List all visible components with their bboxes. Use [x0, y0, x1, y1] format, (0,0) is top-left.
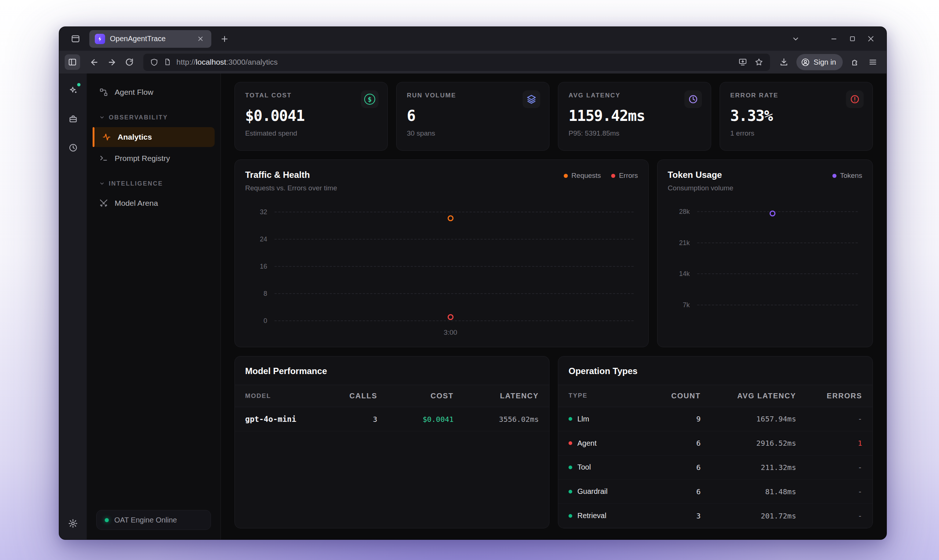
maximize-button[interactable]: [845, 31, 860, 47]
token-plot-area: 28k21k14k7k: [697, 205, 858, 320]
swords-icon: [99, 199, 108, 208]
tab-close-button[interactable]: [195, 34, 206, 45]
stat-label: RUN VOLUME: [407, 92, 539, 99]
table-row[interactable]: gpt-4o-mini 3 $0.0041 3556.02ms: [235, 407, 549, 431]
stat-card-avg-latency: AVG LATENCY 1159.42ms P95: 5391.85ms: [558, 82, 711, 151]
reload-button[interactable]: [121, 54, 137, 70]
settings-button[interactable]: [65, 515, 81, 531]
shield-icon[interactable]: [150, 58, 159, 66]
stat-label: TOTAL COST: [245, 92, 377, 99]
type-label: Tool: [577, 463, 591, 471]
sidebar-item-agent-flow[interactable]: Agent Flow: [92, 82, 215, 102]
stat-label: AVG LATENCY: [568, 92, 700, 99]
sidebar-section-intelligence[interactable]: INTELLIGENCE: [92, 177, 215, 189]
errors-cell: 1: [796, 439, 862, 448]
new-tab-button[interactable]: [217, 31, 232, 47]
stat-subtext: 1 errors: [730, 129, 862, 137]
account-icon: [801, 58, 810, 67]
table-row[interactable]: Agent 6 2916.52ms 1: [558, 431, 873, 455]
column-header: TYPE: [568, 392, 657, 399]
browser-tab[interactable]: OpenAgentTrace: [89, 30, 211, 48]
forward-button[interactable]: [104, 54, 120, 70]
errors-legend-dot: [611, 174, 615, 178]
model-name: gpt-4o-mini: [245, 415, 333, 424]
app-sidebar: Agent Flow OBSERVABILITY Analytics Promp…: [87, 74, 221, 539]
column-header: ERRORS: [796, 392, 862, 400]
chart-title: Token Usage: [668, 170, 733, 180]
status-dot: [105, 518, 109, 522]
close-window-button[interactable]: [863, 31, 878, 47]
table-row[interactable]: Tool 6 211.32ms -: [558, 455, 873, 480]
sidebar-toggle-button[interactable]: [65, 54, 80, 70]
page-info-icon[interactable]: [163, 58, 171, 66]
calls-cell: 3: [333, 415, 377, 424]
legend-label: Tokens: [840, 172, 862, 180]
table-row[interactable]: Guardrail 6 81.48ms -: [558, 480, 873, 504]
table-header-row: MODEL CALLS COST LATENCY: [235, 385, 549, 407]
sidebar-item-label: Model Arena: [115, 199, 158, 208]
save-to-device-icon[interactable]: [738, 58, 747, 66]
sidebar-item-label: Prompt Registry: [115, 154, 170, 163]
stat-card-error-rate: ERROR RATE 3.33% 1 errors: [720, 82, 873, 151]
type-label: Retrieval: [577, 511, 607, 520]
dollar-badge-icon: $: [361, 91, 379, 108]
url-bar[interactable]: http://localhost:3000/analytics: [143, 54, 770, 71]
minimize-button[interactable]: [826, 31, 842, 47]
firefox-view-button[interactable]: [67, 31, 83, 47]
workflow-icon: [99, 88, 108, 97]
type-dot: [568, 441, 572, 445]
status-label: OAT Engine Online: [114, 516, 177, 525]
charts-row: Traffic & Health Requests vs. Errors ove…: [234, 160, 873, 347]
history-clock-icon: [68, 143, 78, 152]
tables-row: Model Performance MODEL CALLS COST LATEN…: [234, 356, 873, 528]
sidebar-item-prompt-registry[interactable]: Prompt Registry: [92, 148, 215, 168]
downloads-button[interactable]: [776, 54, 792, 70]
latency-cell: 1657.94ms: [701, 414, 796, 423]
type-label: Guardrail: [577, 487, 608, 496]
sign-in-label: Sign in: [814, 58, 836, 66]
table-header-row: TYPE COUNT AVG LATENCY ERRORS: [558, 385, 873, 407]
sidebar-item-label: Agent Flow: [115, 88, 153, 97]
bookmark-star-icon[interactable]: [754, 58, 764, 66]
table-row[interactable]: Retrieval 3 201.72ms -: [558, 504, 873, 528]
stat-value: 3.33%: [730, 107, 862, 124]
sidebar-item-label: Analytics: [118, 133, 152, 142]
type-dot: [568, 466, 572, 469]
sidebar-item-analytics[interactable]: Analytics: [92, 127, 215, 147]
column-header: CALLS: [333, 392, 377, 400]
extensions-button[interactable]: [847, 54, 863, 70]
table-title: Model Performance: [235, 357, 549, 385]
terminal-icon: [99, 154, 108, 163]
data-point-errors: [448, 314, 454, 320]
app-root: Agent Flow OBSERVABILITY Analytics Promp…: [87, 74, 887, 539]
tab-title: OpenAgentTrace: [110, 35, 190, 43]
table-title: Operation Types: [558, 357, 873, 385]
count-cell: 6: [657, 487, 701, 496]
data-point-requests: [448, 215, 454, 221]
notification-dot: [77, 83, 80, 86]
table-row[interactable]: Llm 9 1657.94ms -: [558, 407, 873, 431]
sidebar-item-model-arena[interactable]: Model Arena: [92, 193, 215, 213]
ai-chat-button[interactable]: [65, 82, 81, 98]
stat-card-run-volume: RUN VOLUME 6 30 spans: [396, 82, 550, 151]
data-point-tokens: [770, 211, 776, 217]
list-all-tabs-button[interactable]: [788, 31, 804, 47]
traffic-plot-area: 322416803:00: [274, 205, 634, 320]
tokens-legend-dot: [833, 174, 836, 178]
latency-cell: 211.32ms: [701, 463, 796, 472]
sidebar-section-observability[interactable]: OBSERVABILITY: [92, 111, 215, 123]
back-button[interactable]: [86, 54, 102, 70]
toolbox-button[interactable]: [65, 111, 81, 127]
count-cell: 3: [657, 511, 701, 520]
chevron-down-icon: [792, 35, 800, 43]
stat-subtext: P95: 5391.85ms: [568, 129, 700, 137]
latency-cell: 81.48ms: [701, 487, 796, 496]
history-button[interactable]: [65, 140, 81, 156]
stats-row: TOTAL COST $ $0.0041 Estimated spend RUN…: [234, 82, 873, 151]
type-dot: [568, 417, 572, 421]
engine-status: OAT Engine Online: [96, 510, 211, 530]
stat-value: 1159.42ms: [568, 107, 700, 124]
menu-button[interactable]: [865, 54, 881, 70]
sign-in-button[interactable]: Sign in: [796, 54, 843, 70]
layers-icon: [523, 91, 540, 108]
